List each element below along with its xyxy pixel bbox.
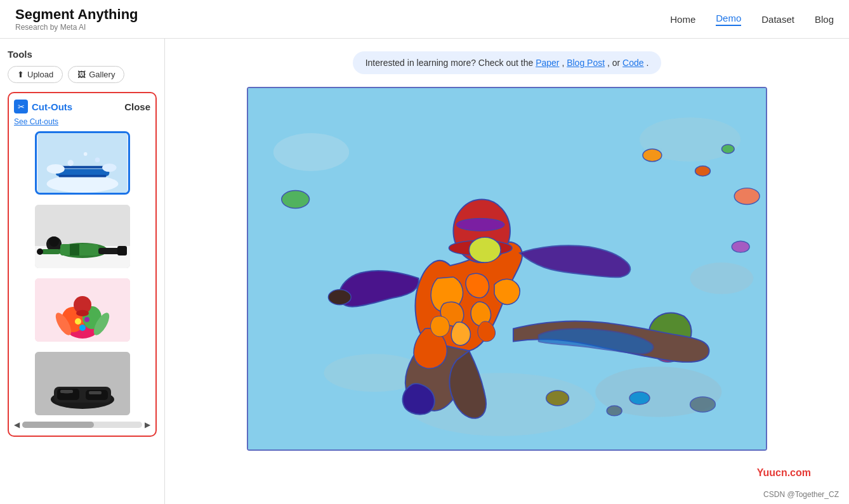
thumbnail-image-4 — [35, 352, 130, 415]
info-sep1: , — [562, 58, 567, 68]
info-text-post: . — [646, 58, 648, 68]
upload-button[interactable]: ⬆ Upload — [8, 66, 63, 83]
svg-point-39 — [62, 390, 72, 394]
thumbnail-image-3 — [35, 278, 130, 342]
thumbnail-item-1[interactable] — [35, 131, 130, 195]
cutouts-close-button[interactable]: Close — [124, 101, 150, 112]
svg-point-61 — [328, 290, 351, 305]
segmentation-canvas — [248, 88, 766, 449]
gallery-button[interactable]: 🖼 Gallery — [68, 66, 124, 83]
scroll-thumb[interactable] — [22, 422, 94, 428]
svg-rect-3 — [58, 175, 106, 178]
yuucn-watermark: Yuucn.com — [757, 467, 811, 479]
brand: Segment Anything Research by Meta AI — [15, 6, 138, 32]
svg-rect-38 — [89, 391, 102, 394]
brand-subtitle: Research by Meta AI — [15, 23, 138, 32]
main-image-container[interactable] — [247, 87, 767, 451]
svg-point-60 — [456, 218, 504, 231]
svg-point-56 — [690, 397, 716, 412]
svg-rect-17 — [41, 249, 60, 254]
nav-demo[interactable]: Demo — [716, 13, 741, 26]
paper-link[interactable]: Paper — [536, 58, 559, 68]
blog-post-link[interactable]: Blog Post — [567, 58, 605, 68]
svg-point-30 — [84, 317, 89, 322]
svg-rect-4 — [58, 166, 106, 169]
thumbnail-item-3[interactable] — [35, 278, 130, 342]
thumbnail-item-2[interactable] — [35, 205, 130, 268]
info-banner: Interested in learning more? Check out t… — [353, 51, 662, 74]
svg-rect-20 — [117, 246, 127, 255]
svg-point-29 — [75, 318, 81, 325]
svg-point-5 — [46, 164, 64, 174]
info-text-pre: Interested in learning more? Check out t… — [365, 58, 536, 68]
svg-point-52 — [732, 241, 749, 252]
svg-point-53 — [546, 391, 569, 406]
svg-point-1 — [46, 175, 118, 193]
svg-point-14 — [49, 236, 59, 247]
svg-point-51 — [734, 188, 760, 205]
cutouts-header: ✂ Cut-Outs Close — [14, 100, 150, 113]
svg-point-54 — [607, 406, 622, 416]
thumbnails-list — [14, 131, 150, 415]
scroll-left-arrow[interactable]: ◀ — [14, 420, 20, 429]
svg-point-8 — [95, 158, 100, 163]
svg-point-7 — [67, 160, 73, 165]
svg-point-47 — [282, 191, 310, 209]
svg-point-9 — [83, 152, 87, 156]
footer-credit: CSDN @Together_CZ — [763, 490, 839, 499]
nav-dataset[interactable]: Dataset — [761, 14, 794, 25]
nav-home[interactable]: Home — [670, 14, 695, 25]
svg-rect-19 — [98, 248, 121, 254]
svg-point-6 — [102, 164, 117, 172]
thumbnail-item-4[interactable] — [35, 352, 130, 415]
svg-point-31 — [79, 325, 86, 331]
main-layout: Tools ⬆ Upload 🖼 Gallery ✂ Cut-Outs Clos… — [0, 39, 849, 504]
brand-title: Segment Anything — [15, 6, 138, 23]
info-sep2: , or — [607, 58, 622, 68]
cutouts-panel: ✂ Cut-Outs Close See Cut-outs — [8, 92, 157, 437]
cutouts-title: Cut-Outs — [32, 101, 72, 112]
svg-point-18 — [37, 249, 43, 255]
horizontal-scrollbar[interactable]: ◀ ▶ — [14, 420, 150, 429]
svg-point-59 — [469, 237, 501, 262]
left-panel[interactable]: Tools ⬆ Upload 🖼 Gallery ✂ Cut-Outs Clos… — [0, 39, 165, 504]
cutouts-title-group: ✂ Cut-Outs — [14, 100, 72, 113]
upload-icon: ⬆ — [17, 70, 24, 79]
svg-point-49 — [695, 166, 711, 176]
svg-point-48 — [643, 149, 662, 162]
svg-point-55 — [629, 392, 650, 404]
main-nav: Home Demo Dataset Blog — [670, 13, 834, 26]
svg-point-46 — [690, 262, 754, 294]
segmentation-svg — [248, 88, 766, 449]
thumbnail-image-1 — [35, 131, 130, 195]
nav-blog[interactable]: Blog — [815, 14, 834, 25]
header: Segment Anything Research by Meta AI Hom… — [0, 0, 849, 39]
code-link[interactable]: Code — [622, 58, 643, 68]
scroll-right-arrow[interactable]: ▶ — [145, 420, 150, 429]
see-cutouts-link[interactable]: See Cut-outs — [14, 117, 150, 126]
svg-point-26 — [76, 310, 89, 316]
thumbnail-image-2 — [35, 205, 130, 268]
right-panel: Interested in learning more? Check out t… — [165, 39, 849, 504]
gallery-icon: 🖼 — [77, 70, 86, 79]
cutouts-icon: ✂ — [14, 100, 28, 113]
svg-point-50 — [721, 145, 734, 153]
tools-buttons: ⬆ Upload 🖼 Gallery — [8, 66, 157, 83]
svg-rect-16 — [70, 244, 79, 255]
scroll-track[interactable] — [22, 422, 142, 428]
tools-label: Tools — [8, 49, 157, 60]
svg-point-41 — [273, 133, 349, 171]
